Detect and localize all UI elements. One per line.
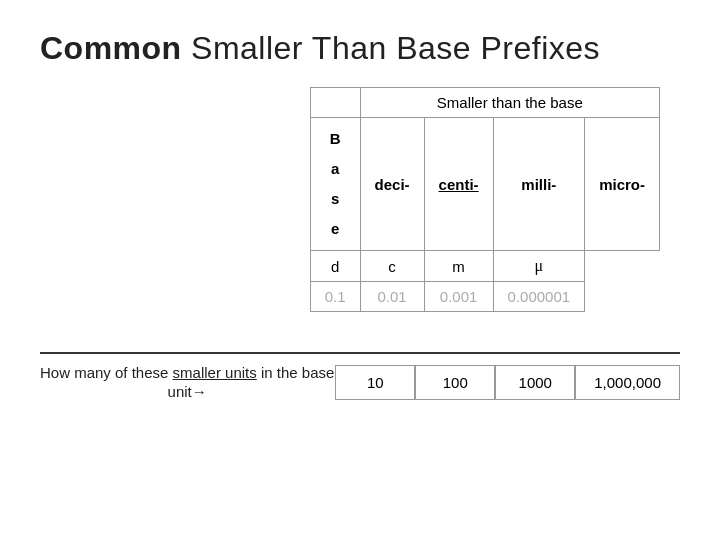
bottom-value-1000: 1000 — [495, 365, 575, 400]
bottom-value-10: 10 — [335, 365, 415, 400]
content-area: Smaller than the base Base deci- centi- … — [40, 87, 680, 520]
question-text: How many of these smaller units in the b… — [40, 364, 334, 400]
question-unit: unit→ — [40, 383, 334, 400]
bottom-question: How many of these smaller units in the b… — [40, 352, 680, 400]
question-after: in the base — [257, 364, 335, 381]
bottom-cells: 10 100 1000 1,000,000 — [335, 365, 680, 400]
value-micro: 0.000001 — [493, 282, 585, 312]
value-centi: 0.01 — [360, 282, 424, 312]
title-rest: Smaller Than Base Prefixes — [191, 30, 600, 66]
col-centi: centi- — [424, 118, 493, 251]
symbol-centi: c — [360, 251, 424, 282]
symbol-milli: m — [424, 251, 493, 282]
col-deci: deci- — [360, 118, 424, 251]
col-milli: milli- — [493, 118, 585, 251]
page-title: Common Smaller Than Base Prefixes — [40, 30, 680, 67]
smaller-than-base-header: Smaller than the base — [360, 88, 659, 118]
symbol-row: d c m μ — [310, 251, 659, 282]
base-label: Base — [310, 118, 360, 251]
prefix-table: Smaller than the base Base deci- centi- … — [310, 87, 660, 312]
bottom-value-1000000: 1,000,000 — [575, 365, 680, 400]
symbol-micro: μ — [493, 251, 585, 282]
value-deci: 0.1 — [310, 282, 360, 312]
value-row: 0.1 0.01 0.001 0.000001 — [310, 282, 659, 312]
symbol-deci: d — [310, 251, 360, 282]
prefix-table-wrapper: Smaller than the base Base deci- centi- … — [310, 87, 660, 312]
question-before: How many of these — [40, 364, 173, 381]
value-milli: 0.001 — [424, 282, 493, 312]
question-underline: smaller units — [173, 364, 257, 381]
bottom-value-100: 100 — [415, 365, 495, 400]
page: Common Smaller Than Base Prefixes Smalle… — [0, 0, 720, 540]
title-common: Common — [40, 30, 182, 66]
col-micro: micro- — [585, 118, 660, 251]
empty-corner — [310, 88, 360, 118]
